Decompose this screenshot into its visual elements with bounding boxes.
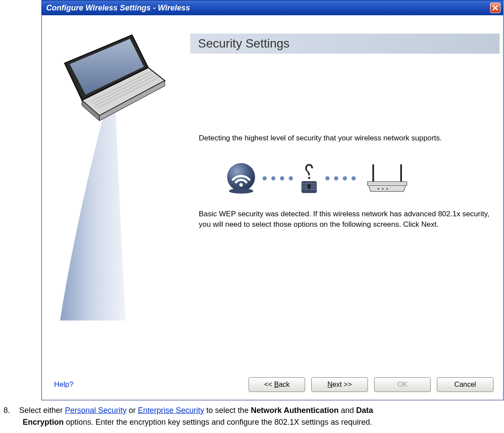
svg-point-7 (308, 177, 310, 179)
svg-point-5 (229, 188, 253, 194)
wireless-settings-dialog: Configure Wireless Settings - Wireless (41, 0, 504, 400)
connection-graphic (225, 161, 495, 196)
dot-icon (351, 176, 356, 181)
window-title: Configure Wireless Settings - Wireless (46, 3, 190, 13)
instruction-text: 8.Select either Personal Security or Ent… (0, 405, 504, 428)
lock-question-icon (298, 163, 320, 194)
router-icon (365, 161, 409, 196)
svg-point-19 (386, 188, 388, 190)
svg-point-18 (382, 188, 384, 190)
help-link[interactable]: Help? (54, 380, 73, 389)
next-button[interactable]: Next >> (311, 377, 368, 392)
enterprise-security-link[interactable]: Enterprise Security (138, 406, 204, 415)
close-button[interactable] (490, 3, 501, 13)
dot-icon (334, 176, 338, 181)
svg-point-17 (378, 188, 379, 190)
wifi-signal-icon (225, 162, 257, 194)
dot-icon (280, 176, 284, 181)
laptop-beam-icon (47, 24, 182, 325)
close-icon (492, 5, 498, 11)
status-text: Detecting the highest level of security … (199, 133, 495, 143)
dot-icon (262, 176, 267, 181)
content-area: Detecting the highest level of security … (199, 133, 495, 229)
dialog-body: Security Settings Detecting the highest … (42, 15, 503, 400)
dots-right (325, 176, 356, 181)
back-button[interactable]: << Back (249, 377, 305, 392)
data-encryption-bold: Data (356, 406, 373, 415)
dot-icon (325, 176, 330, 181)
dot-icon (271, 176, 276, 181)
button-bar: Help? << Back Next >> OK Cancel (54, 377, 494, 392)
svg-rect-13 (308, 186, 310, 189)
dot-icon (343, 176, 347, 181)
result-text: Basic WEP security was detected. If this… (199, 209, 495, 230)
dots-left (262, 176, 293, 181)
cancel-button[interactable]: Cancel (437, 377, 494, 392)
titlebar[interactable]: Configure Wireless Settings - Wireless (42, 0, 503, 15)
ok-button: OK (374, 377, 431, 392)
page-title: Security Settings (198, 37, 289, 51)
svg-point-6 (239, 183, 243, 187)
dot-icon (289, 176, 293, 181)
page-header: Security Settings (190, 34, 500, 54)
step-number: 8. (3, 405, 19, 416)
personal-security-link[interactable]: Personal Security (65, 406, 126, 415)
